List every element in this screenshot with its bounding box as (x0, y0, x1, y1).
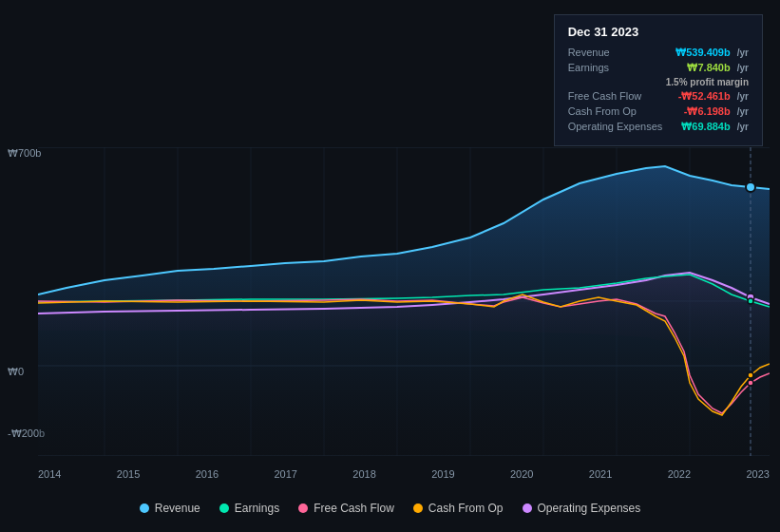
x-label-2014: 2014 (38, 468, 61, 480)
chart-legend: Revenue Earnings Free Cash Flow Cash Fro… (0, 502, 780, 515)
tooltip-label-fcf: Free Cash Flow (568, 90, 642, 102)
tooltip-label-opex: Operating Expenses (568, 121, 663, 132)
x-label-2023: 2023 (746, 468, 769, 480)
tooltip-label-cfo: Cash From Op (568, 105, 637, 117)
legend-item-revenue[interactable]: Revenue (140, 502, 200, 515)
legend-label-cfo: Cash From Op (428, 502, 504, 515)
legend-dot-fcf (298, 504, 308, 513)
tooltip-label-earnings: Earnings (568, 62, 609, 73)
legend-label-revenue: Revenue (155, 502, 200, 515)
svg-point-20 (748, 372, 753, 378)
legend-label-fcf: Free Cash Flow (314, 502, 394, 515)
tooltip-indent-margin: 1.5% profit margin (568, 77, 749, 87)
svg-point-16 (746, 182, 755, 192)
legend-item-cfo[interactable]: Cash From Op (413, 502, 504, 515)
legend-item-fcf[interactable]: Free Cash Flow (298, 502, 394, 515)
legend-dot-opex (523, 504, 532, 513)
tooltip-profit-margin: 1.5% profit margin (666, 77, 749, 87)
x-label-2016: 2016 (196, 468, 219, 480)
x-label-2022: 2022 (668, 468, 691, 480)
tooltip-label-revenue: Revenue (568, 47, 610, 58)
chart-svg (38, 147, 770, 456)
tooltip-value-earnings: ₩7.840b /yr (687, 62, 749, 74)
legend-item-earnings[interactable]: Earnings (219, 502, 279, 515)
svg-point-18 (748, 298, 753, 304)
tooltip-value-opex: ₩69.884b /yr (681, 121, 749, 133)
legend-item-opex[interactable]: Operating Expenses (523, 502, 641, 515)
tooltip-title: Dec 31 2023 (568, 25, 749, 39)
chart-container: Dec 31 2023 Revenue ₩539.409b /yr Earnin… (0, 0, 780, 532)
tooltip-value-revenue: ₩539.409b /yr (675, 47, 749, 59)
tooltip-box: Dec 31 2023 Revenue ₩539.409b /yr Earnin… (554, 14, 763, 146)
x-label-2021: 2021 (589, 468, 612, 480)
y-label-0: ₩0 (8, 366, 24, 378)
chart-svg-area (38, 147, 770, 456)
y-label-700: ₩700b (8, 147, 41, 160)
tooltip-row-fcf: Free Cash Flow -₩52.461b /yr (568, 90, 749, 103)
svg-point-19 (748, 380, 753, 386)
tooltip-row-cfo: Cash From Op -₩6.198b /yr (568, 105, 749, 118)
x-label-2020: 2020 (510, 468, 533, 480)
tooltip-row-earnings: Earnings ₩7.840b /yr (568, 62, 749, 74)
legend-dot-earnings (219, 504, 229, 513)
x-label-2017: 2017 (274, 468, 296, 480)
tooltip-value-cfo: -₩6.198b /yr (684, 105, 749, 118)
legend-dot-cfo (413, 504, 423, 513)
x-label-2018: 2018 (352, 468, 375, 480)
legend-dot-revenue (140, 504, 149, 513)
tooltip-value-fcf: -₩52.461b /yr (678, 90, 749, 103)
legend-label-opex: Operating Expenses (538, 502, 641, 515)
x-label-2015: 2015 (117, 468, 140, 480)
x-label-2019: 2019 (431, 468, 454, 480)
tooltip-row-revenue: Revenue ₩539.409b /yr (568, 47, 749, 59)
tooltip-row-opex: Operating Expenses ₩69.884b /yr (568, 121, 749, 133)
legend-label-earnings: Earnings (235, 502, 279, 515)
x-axis: 2014 2015 2016 2017 2018 2019 2020 2021 … (38, 468, 770, 480)
